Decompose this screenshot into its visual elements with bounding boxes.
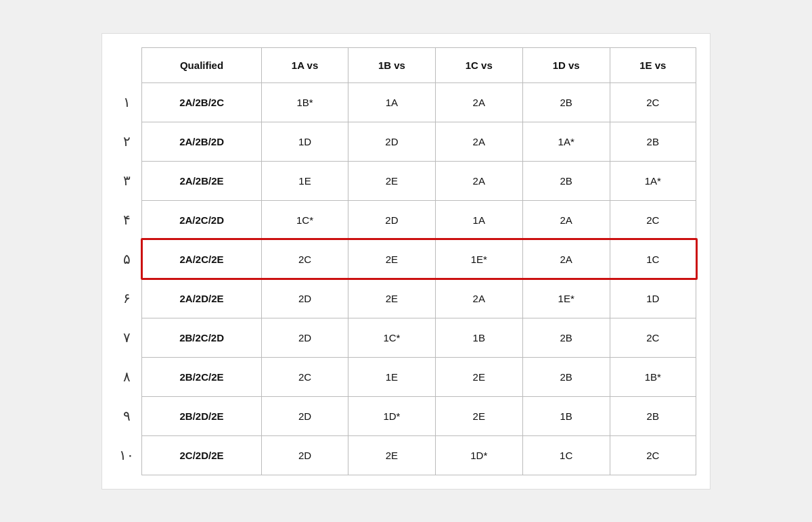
cell-1-1: 1D (262, 122, 348, 161)
cell-7-2: 1E (348, 357, 435, 396)
cell-6-2: 1C* (348, 318, 435, 357)
cell-1-4: 1A* (522, 122, 610, 161)
cell-3-1: 1C* (262, 200, 348, 239)
cell-4-4: 2A (522, 239, 610, 279)
row-label-8: ۹ (116, 396, 137, 435)
cell-3-4: 2A (522, 200, 610, 239)
table-row: 2B/2D/2E2D1D*2E1B2B (142, 396, 696, 435)
cell-6-3: 1B (435, 318, 522, 357)
row-label-7: ۸ (116, 357, 137, 396)
header-4: 1D vs (522, 47, 610, 82)
table-row: 2A/2D/2E2D2E2A1E*1D (142, 279, 696, 318)
cell-2-2: 2E (348, 161, 435, 200)
cell-6-0: 2B/2C/2D (142, 318, 262, 357)
cell-9-0: 2C/2D/2E (142, 435, 262, 475)
table-row: 2A/2B/2E1E2E2A2B1A* (142, 161, 696, 200)
table-row: 2A/2B/2C1B*1A2A2B2C (142, 82, 696, 122)
header-1: 1A vs (262, 47, 348, 82)
table-wrapper: Qualified1A vs1B vs1C vs1D vs1E vs 2A/2B… (141, 47, 696, 475)
cell-6-4: 2B (522, 318, 610, 357)
header-2: 1B vs (348, 47, 435, 82)
cell-3-5: 2C (610, 200, 696, 239)
row-label-1: ۲ (116, 122, 137, 161)
row-label-3: ۴ (116, 200, 137, 239)
cell-7-3: 2E (435, 357, 522, 396)
cell-1-5: 2B (610, 122, 696, 161)
cell-0-0: 2A/2B/2C (142, 82, 262, 122)
header-5: 1E vs (610, 47, 696, 82)
cell-6-5: 2C (610, 318, 696, 357)
cell-1-2: 2D (348, 122, 435, 161)
cell-0-4: 2B (522, 82, 610, 122)
table-row: 2A/2C/2D1C*2D1A2A2C (142, 200, 696, 239)
cell-2-4: 2B (522, 161, 610, 200)
header-0: Qualified (142, 47, 262, 82)
cell-7-1: 2C (262, 357, 348, 396)
cell-2-1: 1E (262, 161, 348, 200)
cell-9-5: 2C (610, 435, 696, 475)
cell-0-2: 1A (348, 82, 435, 122)
cell-8-0: 2B/2D/2E (142, 396, 262, 435)
header-3: 1C vs (435, 47, 522, 82)
cell-4-0: 2A/2C/2E (142, 239, 262, 279)
cell-4-1: 2C (262, 239, 348, 279)
row-label-5: ۶ (116, 279, 137, 318)
cell-4-3: 1E* (435, 239, 522, 279)
row-label-0: ۱ (116, 82, 137, 122)
cell-8-3: 2E (435, 396, 522, 435)
table-row: 2A/2C/2E2C2E1E*2A1C (142, 239, 696, 279)
row-label-9: ۱۰ (116, 435, 137, 475)
cell-5-0: 2A/2D/2E (142, 279, 262, 318)
cell-9-4: 1C (522, 435, 610, 475)
row-label-4: ۵ (116, 239, 137, 279)
row-labels: ۱۲۳۴۵۶۷۸۹۱۰ (116, 47, 137, 475)
cell-7-5: 1B* (610, 357, 696, 396)
cell-2-0: 2A/2B/2E (142, 161, 262, 200)
row-label-6: ۷ (116, 318, 137, 357)
cell-5-2: 2E (348, 279, 435, 318)
cell-8-2: 1D* (348, 396, 435, 435)
table-row: 2A/2B/2D1D2D2A1A*2B (142, 122, 696, 161)
cell-5-4: 1E* (522, 279, 610, 318)
cell-3-3: 1A (435, 200, 522, 239)
cell-7-0: 2B/2C/2E (142, 357, 262, 396)
cell-6-1: 2D (262, 318, 348, 357)
cell-3-2: 2D (348, 200, 435, 239)
cell-9-3: 1D* (435, 435, 522, 475)
table-row: 2B/2C/2E2C1E2E2B1B* (142, 357, 696, 396)
cell-5-5: 1D (610, 279, 696, 318)
cell-4-2: 2E (348, 239, 435, 279)
cell-0-3: 2A (435, 82, 522, 122)
cell-9-2: 2E (348, 435, 435, 475)
cell-0-1: 1B* (262, 82, 348, 122)
cell-1-3: 2A (435, 122, 522, 161)
cell-5-3: 2A (435, 279, 522, 318)
main-table: Qualified1A vs1B vs1C vs1D vs1E vs 2A/2B… (141, 47, 696, 475)
cell-8-4: 1B (522, 396, 610, 435)
cell-2-5: 1A* (610, 161, 696, 200)
cell-5-1: 2D (262, 279, 348, 318)
row-label-2: ۳ (116, 161, 137, 200)
cell-8-5: 2B (610, 396, 696, 435)
cell-2-3: 2A (435, 161, 522, 200)
cell-8-1: 2D (262, 396, 348, 435)
cell-7-4: 2B (522, 357, 610, 396)
table-row: 2C/2D/2E2D2E1D*1C2C (142, 435, 696, 475)
cell-9-1: 2D (262, 435, 348, 475)
cell-1-0: 2A/2B/2D (142, 122, 262, 161)
cell-0-5: 2C (610, 82, 696, 122)
cell-3-0: 2A/2C/2D (142, 200, 262, 239)
cell-4-5: 1C (610, 239, 696, 279)
table-row: 2B/2C/2D2D1C*1B2B2C (142, 318, 696, 357)
